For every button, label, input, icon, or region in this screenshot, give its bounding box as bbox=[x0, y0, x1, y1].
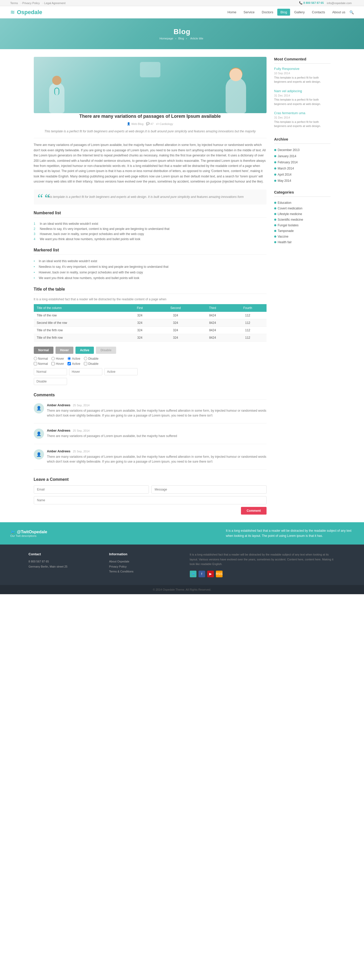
input-normal[interactable] bbox=[34, 368, 67, 375]
social-youtube-icon[interactable]: ▶ bbox=[207, 571, 214, 577]
nav-gallery[interactable]: Gallery bbox=[291, 9, 308, 16]
cell: 324 bbox=[125, 319, 155, 326]
checkbox-input-hover[interactable] bbox=[51, 362, 55, 365]
terms-link[interactable]: Terms bbox=[10, 2, 18, 5]
radio-active[interactable]: Active bbox=[68, 357, 80, 360]
category-link-6[interactable]: Vaccine bbox=[278, 235, 288, 239]
footer-contact-title: Contact bbox=[28, 552, 101, 556]
comment-avatar-1: 👤 bbox=[34, 403, 44, 414]
social-facebook-icon[interactable]: f bbox=[198, 571, 205, 577]
checkbox-hover[interactable]: Hover bbox=[51, 362, 64, 366]
category-link-4[interactable]: Fungal Isolates bbox=[278, 223, 299, 227]
category-item-7[interactable]: Health fair bbox=[274, 239, 331, 245]
social-twitter-icon[interactable]: 🐦 bbox=[190, 571, 196, 577]
input-disable[interactable] bbox=[34, 378, 67, 385]
category-link-0[interactable]: Education bbox=[278, 201, 291, 205]
legal-link[interactable]: Legal Agreement bbox=[44, 2, 65, 5]
cell: 324 bbox=[155, 312, 196, 319]
topbar: Terms · Privacy Policy · Legal Agreement… bbox=[0, 0, 364, 6]
nav-blog[interactable]: Blog bbox=[277, 9, 290, 16]
meta-category: 🏷 Cardiology bbox=[156, 123, 173, 126]
checkbox-normal[interactable]: Normal bbox=[34, 362, 48, 366]
nav-service[interactable]: Service bbox=[241, 9, 258, 16]
most-commented-item-1: Fully Responsive 10 Sep 2014 This templa… bbox=[274, 67, 331, 86]
twitter-bird-icon: 🐦 bbox=[10, 530, 15, 534]
teal-banner: 🐦 @TwitOspedale Our Twit descriptions It… bbox=[0, 522, 364, 544]
category-item-4[interactable]: Fungal Isolates bbox=[274, 223, 331, 228]
archive-link-3[interactable]: March 2014 bbox=[278, 167, 294, 170]
email-link[interactable]: info@ospedale.com bbox=[327, 2, 352, 5]
breadcrumb-home[interactable]: Homepage bbox=[159, 37, 173, 40]
cell: 8424 bbox=[196, 334, 229, 341]
most-commented-link-3[interactable]: Cras fermentum uma bbox=[274, 111, 331, 115]
checkbox-input-normal[interactable] bbox=[34, 362, 37, 365]
footer-link-about[interactable]: About Ospedale bbox=[109, 559, 182, 564]
leave-comment-title: Leave a Comment bbox=[34, 477, 267, 482]
category-link-1[interactable]: Covert medication bbox=[278, 207, 302, 210]
main-container: There are many variations of passages of… bbox=[28, 49, 336, 522]
nav-contacts[interactable]: Contacts bbox=[309, 9, 328, 16]
most-commented-link-2[interactable]: Nam vel adipiscing bbox=[274, 89, 331, 93]
name-field[interactable] bbox=[34, 496, 267, 504]
archive-item-5[interactable]: May 2014 bbox=[274, 178, 331, 184]
archive-item-2[interactable]: February 2014 bbox=[274, 159, 331, 165]
hero-content: Blog Homepage › Blog › Article title bbox=[159, 28, 204, 40]
nav-doctors[interactable]: Doctors bbox=[259, 9, 276, 16]
category-item-5[interactable]: Tamponade bbox=[274, 228, 331, 234]
category-item-0[interactable]: Education bbox=[274, 200, 331, 205]
radio-disable[interactable]: Disable bbox=[84, 357, 98, 360]
comment-submit-button[interactable]: Comment bbox=[241, 507, 266, 515]
category-item-3[interactable]: Scientific medicine bbox=[274, 217, 331, 223]
search-icon[interactable]: 🔍 bbox=[350, 10, 354, 14]
social-rss-icon[interactable]: RSS bbox=[216, 571, 223, 577]
archive-item-4[interactable]: April 2014 bbox=[274, 172, 331, 178]
archive-link-2[interactable]: February 2014 bbox=[278, 161, 298, 164]
category-link-2[interactable]: Lifestyle medicine bbox=[278, 212, 302, 216]
archive-link-1[interactable]: January 2014 bbox=[278, 154, 296, 158]
most-commented-link-1[interactable]: Fully Responsive bbox=[274, 67, 331, 71]
radio-input-hover[interactable] bbox=[51, 357, 55, 360]
category-link-7[interactable]: Health fair bbox=[278, 240, 292, 244]
archive-item-0[interactable]: December 2013 bbox=[274, 147, 331, 153]
input-active[interactable] bbox=[104, 368, 138, 375]
archive-link-5[interactable]: May 2014 bbox=[278, 179, 291, 183]
radio-input-disable[interactable] bbox=[84, 357, 87, 360]
category-item-6[interactable]: Vaccine bbox=[274, 234, 331, 239]
radio-input-normal[interactable] bbox=[34, 357, 37, 360]
archive-link-0[interactable]: December 2013 bbox=[278, 148, 299, 152]
message-field[interactable] bbox=[152, 485, 267, 493]
footer-link-privacy[interactable]: Privacy Policy bbox=[109, 564, 182, 570]
breadcrumb-blog[interactable]: Blog bbox=[178, 37, 184, 40]
input-hover[interactable] bbox=[69, 368, 102, 375]
nav-about[interactable]: About us bbox=[329, 9, 348, 16]
col-header-0: Title of the column bbox=[34, 304, 125, 312]
active-button[interactable]: Active bbox=[76, 347, 94, 354]
logo[interactable]: ≋ Ospedale bbox=[10, 9, 42, 16]
hover-button[interactable]: Hover bbox=[55, 347, 73, 354]
privacy-link[interactable]: Privacy Policy bbox=[22, 2, 40, 5]
marked-list: In an ideal world this website wouldn't … bbox=[34, 258, 267, 281]
archive-dot bbox=[274, 161, 276, 163]
checkbox-input-active[interactable] bbox=[68, 362, 71, 365]
radio-hover[interactable]: Hover bbox=[51, 357, 64, 360]
radio-input-active[interactable] bbox=[68, 357, 71, 360]
normal-button[interactable]: Normal bbox=[34, 347, 54, 354]
category-item-1[interactable]: Covert medication bbox=[274, 205, 331, 211]
category-link-5[interactable]: Tamponade bbox=[278, 229, 294, 233]
footer-link-terms[interactable]: Terms & Conditions bbox=[109, 569, 182, 574]
archive-link-4[interactable]: April 2014 bbox=[278, 173, 291, 177]
footer-address: Germany Berlin, Main street 25 bbox=[28, 564, 101, 570]
comment-date-1: 25 Sep, 2014 bbox=[73, 404, 90, 407]
checkbox-active[interactable]: Active bbox=[68, 362, 80, 366]
nav-home[interactable]: Home bbox=[224, 9, 239, 16]
archive-item-1[interactable]: January 2014 bbox=[274, 153, 331, 159]
email-field[interactable] bbox=[34, 485, 149, 493]
footer-info-title: Information bbox=[109, 552, 182, 556]
most-commented-item-3: Cras fermentum uma 31 Dec 2014 This temp… bbox=[274, 111, 331, 131]
archive-item-3[interactable]: March 2014 bbox=[274, 165, 331, 172]
checkbox-input-disable[interactable] bbox=[84, 362, 87, 365]
checkbox-disable[interactable]: Disable bbox=[84, 362, 98, 366]
category-link-3[interactable]: Scientific medicine bbox=[278, 218, 303, 221]
category-item-2[interactable]: Lifestyle medicine bbox=[274, 211, 331, 217]
radio-normal[interactable]: Normal bbox=[34, 357, 48, 360]
